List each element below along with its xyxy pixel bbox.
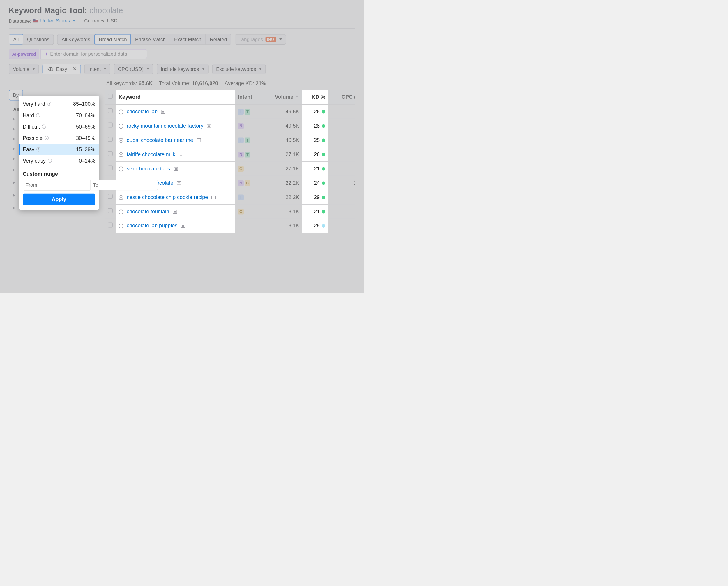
col-intent[interactable]: Intent — [235, 90, 262, 104]
table-row: + nestle chocolate chip cookie recipe I … — [105, 190, 355, 204]
row-checkbox[interactable] — [105, 190, 115, 204]
filter-intent[interactable]: Intent — [84, 64, 111, 74]
cpc-cell: 0.88 — [328, 133, 355, 147]
tab-phrase-match[interactable]: Phrase Match — [131, 34, 170, 45]
row-checkbox[interactable] — [105, 162, 115, 176]
keyword-cell: + fairlife chocolate milk — [115, 147, 235, 162]
chevron-right-icon — [13, 169, 15, 172]
chevron-down-icon — [33, 69, 35, 70]
volume-cell: 18.1K — [262, 219, 302, 233]
serp-icon[interactable] — [207, 124, 211, 128]
tab-questions[interactable]: Questions — [23, 34, 54, 45]
row-checkbox[interactable] — [105, 204, 115, 219]
add-icon[interactable]: + — [119, 152, 124, 157]
keyword-link[interactable]: rocky mountain chocolate factory — [127, 123, 203, 129]
col-kd[interactable]: KD % — [302, 90, 328, 104]
range-from-input[interactable] — [23, 179, 90, 191]
add-icon[interactable]: + — [119, 223, 124, 228]
keyword-cell: + chocolate lab puppies — [115, 219, 235, 233]
serp-icon[interactable] — [177, 181, 181, 185]
serp-icon[interactable] — [173, 210, 177, 214]
keyword-link[interactable]: chocolate lab puppies — [127, 223, 177, 229]
filter-exclude[interactable]: Exclude keywords — [212, 64, 266, 74]
volume-cell: 40.5K — [262, 133, 302, 147]
row-checkbox[interactable] — [105, 133, 115, 147]
row-checkbox[interactable] — [105, 119, 115, 133]
add-icon[interactable]: + — [119, 124, 124, 128]
kd-option[interactable]: Very easyi0–14% — [19, 155, 99, 166]
serp-icon[interactable] — [211, 196, 216, 199]
keyword-link[interactable]: dubai chocolate bar near me — [127, 137, 193, 143]
tab-exact-match[interactable]: Exact Match — [170, 34, 206, 45]
intent-cell: C — [235, 162, 262, 176]
filter-volume[interactable]: Volume — [9, 64, 39, 74]
intent-cell: I — [235, 190, 262, 204]
add-icon[interactable]: + — [119, 138, 124, 143]
select-all-header[interactable] — [105, 90, 115, 104]
languages-dropdown[interactable]: Languages beta — [235, 34, 286, 45]
keyword-cell: + chocolate fountain — [115, 204, 235, 219]
intent-badge-N: N — [238, 123, 244, 129]
chevron-right-icon — [13, 194, 15, 197]
table-row: + sex chocolate tabs C 27.1K 21 0.72 — [105, 162, 355, 176]
tab-all[interactable]: All — [9, 34, 23, 45]
kd-option[interactable]: Hardi70–84% — [19, 109, 99, 121]
row-checkbox[interactable] — [105, 104, 115, 119]
filter-include[interactable]: Include keywords — [157, 64, 208, 74]
custom-range-title: Custom range — [23, 171, 95, 177]
clear-filter-button[interactable] — [70, 66, 77, 72]
database-selector[interactable]: United States — [33, 18, 75, 24]
tab-all-keywords[interactable]: All Keywords — [57, 34, 94, 45]
kd-cell: 25 — [302, 133, 328, 147]
table-row: + fairlife chocolate milk NT 27.1K 26 0.… — [105, 147, 355, 162]
domain-input[interactable] — [50, 51, 143, 57]
col-cpc[interactable]: CPC (USD — [328, 90, 355, 104]
info-icon[interactable]: i — [45, 136, 49, 140]
tab-broad-match[interactable]: Broad Match — [94, 34, 131, 45]
serp-icon[interactable] — [174, 167, 178, 171]
info-icon[interactable]: i — [36, 147, 41, 151]
kd-option[interactable]: Difficulti50–69% — [19, 121, 99, 132]
range-to-input[interactable] — [90, 179, 158, 191]
info-icon[interactable]: i — [47, 102, 51, 106]
row-checkbox[interactable] — [105, 219, 115, 233]
volume-cell: 49.5K — [262, 119, 302, 133]
row-checkbox[interactable] — [105, 147, 115, 162]
kd-cell: 26 — [302, 147, 328, 162]
serp-icon[interactable] — [181, 224, 185, 228]
keyword-link[interactable]: nestle chocolate chip cookie recipe — [127, 194, 208, 200]
add-icon[interactable]: + — [119, 209, 124, 214]
serp-icon[interactable] — [161, 110, 165, 114]
add-icon[interactable]: + — [119, 195, 124, 200]
tab-group-match: All Keywords Broad Match Phrase Match Ex… — [57, 34, 231, 45]
keyword-link[interactable]: chocolate fountain — [127, 209, 169, 215]
cpc-cell: 13.45 — [328, 176, 355, 190]
serp-icon[interactable] — [197, 139, 201, 142]
tab-related[interactable]: Related — [206, 34, 231, 45]
ai-input-container[interactable]: ✦ — [41, 49, 147, 59]
info-icon[interactable]: i — [36, 113, 40, 117]
filter-kd[interactable]: KD: Easy — [43, 64, 81, 74]
keyword-link[interactable]: sex chocolate tabs — [127, 166, 170, 172]
kd-option[interactable]: Easyi15–29% — [19, 144, 99, 155]
intent-badge-T: T — [244, 151, 251, 157]
info-icon[interactable]: i — [48, 158, 52, 163]
kd-option[interactable]: Possiblei30–49% — [19, 132, 99, 144]
filter-cpc[interactable]: CPC (USD) — [114, 64, 153, 74]
add-icon[interactable]: + — [119, 109, 124, 114]
col-volume[interactable]: Volume — [262, 90, 302, 104]
keyword-link[interactable]: chocolate lab — [127, 108, 158, 115]
add-icon[interactable]: + — [119, 166, 124, 171]
keyword-cell: + dubai chocolate bar near me — [115, 133, 235, 147]
kd-dot-icon — [322, 210, 325, 213]
kd-option[interactable]: Very hardi85–100% — [19, 98, 99, 109]
info-icon[interactable]: i — [42, 124, 46, 128]
keyword-link[interactable]: fairlife chocolate milk — [127, 151, 175, 157]
sparkle-icon: ✦ — [45, 52, 48, 57]
intent-badge-I: I — [238, 194, 244, 200]
cpc-cell: 0. — [328, 219, 355, 233]
serp-icon[interactable] — [179, 153, 183, 156]
apply-button[interactable]: Apply — [23, 194, 95, 205]
intent-badge-T: T — [244, 137, 251, 143]
col-keyword[interactable]: Keyword — [115, 90, 235, 104]
